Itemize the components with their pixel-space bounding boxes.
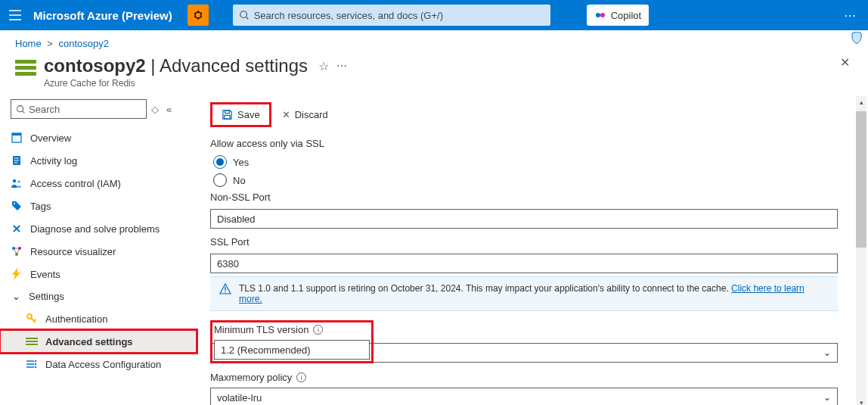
svg-rect-16 xyxy=(26,341,38,342)
svg-point-3 xyxy=(600,13,605,17)
sidebar-label: Advanced settings xyxy=(45,336,133,347)
svg-point-4 xyxy=(17,105,23,111)
sidebar-item-diagnose[interactable]: Diagnose and solve problems xyxy=(0,217,197,240)
sidebar-item-overview[interactable]: Overview xyxy=(0,126,197,149)
svg-rect-6 xyxy=(12,133,21,136)
search-icon xyxy=(239,10,250,20)
page-title-resource: contosopy2 xyxy=(44,55,146,76)
sidebar-label: Tags xyxy=(30,201,51,212)
svg-point-18 xyxy=(35,360,36,362)
input-value: 6380 xyxy=(217,258,239,269)
svg-rect-22 xyxy=(225,115,231,119)
input-value: Disabled xyxy=(217,213,256,225)
sidebar-item-visualizer[interactable]: Resource visualizer xyxy=(0,240,197,263)
search-icon xyxy=(16,104,26,114)
highlight-tls: Minimum TLS version i 1.2 (Recommended) xyxy=(210,320,374,363)
content-pane: Save ✕ Discard Allow access only via SSL… xyxy=(197,96,868,405)
ssl-yes-radio[interactable]: Yes xyxy=(213,155,854,169)
content-scrollbar-thumb[interactable] xyxy=(856,111,866,248)
ssl-port-input[interactable]: 6380 xyxy=(210,254,838,273)
select-value: volatile-lru xyxy=(217,392,262,403)
sidebar-item-advanced-settings[interactable]: Advanced settings xyxy=(0,330,197,353)
sidebar-search-placeholder: Search xyxy=(29,104,60,115)
radio-label: Yes xyxy=(233,157,249,168)
sidebar-search-input[interactable]: Search xyxy=(11,99,147,119)
advanced-settings-icon xyxy=(26,335,38,347)
header-more-icon[interactable]: ⋯ xyxy=(336,60,347,72)
tags-icon xyxy=(11,200,23,212)
copilot-button[interactable]: Copilot xyxy=(587,5,649,26)
highlight-save: Save xyxy=(210,102,271,127)
tls-version-select-preview: 1.2 (Recommended) xyxy=(214,340,370,360)
events-icon xyxy=(11,268,23,280)
collapse-sidebar-icon[interactable]: « xyxy=(166,104,172,115)
favorite-star-icon[interactable]: ☆ xyxy=(318,59,329,73)
save-label: Save xyxy=(237,109,260,120)
info-icon[interactable]: i xyxy=(296,372,306,382)
copilot-label: Copilot xyxy=(611,10,641,21)
sidebar-group-settings[interactable]: ⌄ Settings xyxy=(0,285,197,307)
banner-text: TLS 1.0 and 1.1 support is retiring on O… xyxy=(239,283,731,294)
discard-x-icon: ✕ xyxy=(282,109,290,120)
ssl-port-label: SSL Port xyxy=(210,236,854,248)
svg-point-8 xyxy=(13,179,16,182)
svg-point-20 xyxy=(35,366,36,368)
maxmemory-select[interactable]: volatile-lru ⌄ xyxy=(210,388,838,405)
close-blade-button[interactable]: ✕ xyxy=(840,55,850,70)
page-header: contosopy2 | Advanced settings ☆ ⋯ Azure… xyxy=(0,52,868,96)
radio-selected-icon xyxy=(213,155,227,169)
ssl-no-radio[interactable]: No xyxy=(213,173,854,187)
content-toolbar: Save ✕ Discard xyxy=(210,102,854,127)
info-icon[interactable]: i xyxy=(313,325,323,335)
sidebar-item-authentication[interactable]: Authentication xyxy=(0,307,197,330)
sidebar-item-tags[interactable]: Tags xyxy=(0,195,197,217)
activity-log-icon xyxy=(11,154,23,167)
global-search-placeholder: Search resources, services, and docs (G+… xyxy=(254,10,443,21)
scroll-down-arrow-icon[interactable]: ▾ xyxy=(856,397,866,405)
data-access-icon xyxy=(26,358,38,370)
chevron-down-icon: ⌄ xyxy=(11,291,21,302)
radio-unselected-icon xyxy=(213,173,227,187)
key-icon xyxy=(26,313,38,325)
warning-icon xyxy=(219,283,231,295)
sidebar-label: Access control (IAM) xyxy=(30,178,121,189)
svg-point-19 xyxy=(35,363,36,365)
sidebar-item-data-access[interactable]: Data Access Configuration xyxy=(0,353,197,375)
page-title-section: Advanced settings xyxy=(160,55,308,76)
save-icon xyxy=(222,109,233,120)
breadcrumb-resource[interactable]: contosopy2 xyxy=(59,38,110,49)
svg-point-23 xyxy=(225,291,226,293)
page-title: contosopy2 | Advanced settings xyxy=(44,55,308,76)
save-button[interactable]: Save xyxy=(214,106,268,123)
tls-retirement-banner: TLS 1.0 and 1.1 support is retiring on O… xyxy=(210,276,838,311)
sidebar-item-iam[interactable]: Access control (IAM) xyxy=(0,172,197,195)
sidebar-label: Resource visualizer xyxy=(30,246,116,257)
pin-icon[interactable]: ◇ xyxy=(151,104,159,115)
nonssl-port-input[interactable]: Disabled xyxy=(210,209,838,229)
svg-rect-17 xyxy=(26,344,38,345)
sidebar-item-events[interactable]: Events xyxy=(0,263,197,285)
scroll-up-arrow-icon[interactable]: ▴ xyxy=(856,96,866,108)
topbar-more-icon[interactable]: ⋯ xyxy=(838,8,862,23)
hamburger-menu-icon[interactable] xyxy=(6,6,24,24)
discard-button[interactable]: ✕ Discard xyxy=(274,106,336,123)
discard-label: Discard xyxy=(295,109,328,120)
redis-resource-icon xyxy=(15,60,36,78)
global-search-input[interactable]: Search resources, services, and docs (G+… xyxy=(233,5,550,26)
breadcrumb-home[interactable]: Home xyxy=(15,38,42,49)
page-title-sep: | xyxy=(146,55,160,76)
ssl-access-label: Allow access only via SSL xyxy=(210,138,854,149)
diagnose-icon xyxy=(11,223,23,235)
nonssl-port-label: Non-SSL Port xyxy=(210,192,854,203)
visualizer-icon xyxy=(11,245,23,257)
sidebar-label: Settings xyxy=(29,291,64,302)
sidebar-label: Authentication xyxy=(45,313,107,325)
global-topbar: Microsoft Azure (Preview) Search resourc… xyxy=(0,0,868,30)
preview-bug-icon[interactable] xyxy=(188,5,209,26)
svg-point-10 xyxy=(14,203,15,204)
page-subtitle: Azure Cache for Redis xyxy=(44,78,347,89)
select-value: 1.2 (Recommended) xyxy=(221,344,311,356)
svg-point-9 xyxy=(17,180,20,183)
sidebar-label: Events xyxy=(30,269,60,280)
sidebar-item-activity-log[interactable]: Activity log xyxy=(0,149,197,172)
